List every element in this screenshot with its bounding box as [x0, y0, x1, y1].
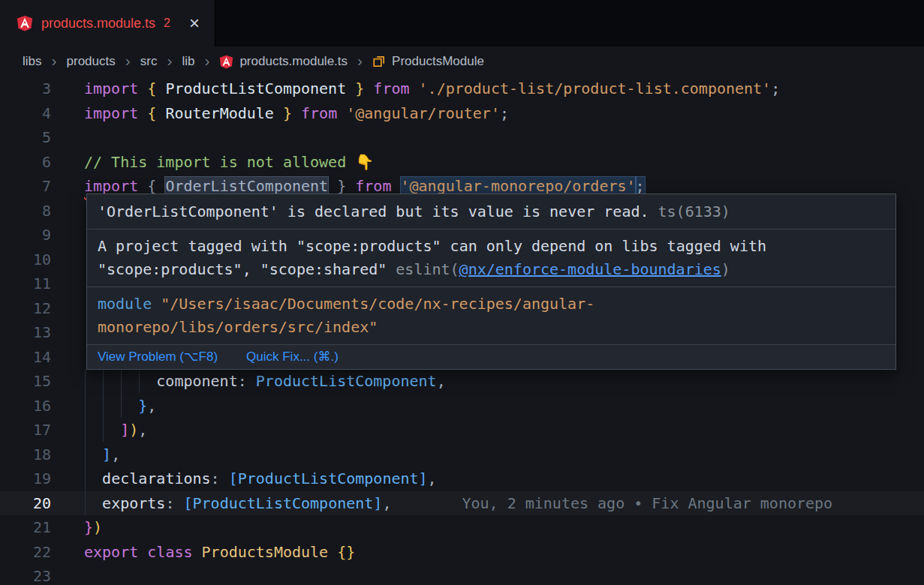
line-number: 3 [0, 76, 51, 101]
diagnostic-source: ) [721, 260, 730, 278]
line-number: 13 [0, 320, 51, 345]
code-token: , [382, 494, 391, 512]
hover-ts-diagnostic: 'OrderListComponent' is declared but its… [87, 194, 895, 230]
code-line-4[interactable]: 4import { RouterModule } from '@angular/… [0, 101, 924, 126]
line-number: 7 [0, 174, 51, 199]
code-token: ProductListComponent [193, 494, 374, 512]
code-token: class [147, 543, 192, 561]
chevron-right-icon: › [52, 52, 57, 70]
line-number: 15 [0, 369, 51, 394]
tab-products-module[interactable]: products.module.ts 2 × [0, 0, 215, 46]
line-number: 8 [0, 199, 51, 224]
code-token: RouterModule [156, 104, 283, 122]
code-line-17[interactable]: 17 ]), [0, 418, 924, 442]
view-problem-action[interactable]: View Problem (⌥F8) [98, 350, 218, 364]
code-token: ; [500, 104, 509, 122]
indent-guide [103, 369, 104, 442]
line-number: 18 [0, 442, 51, 467]
code-token: ) [129, 421, 138, 439]
code-token: : [165, 494, 183, 512]
diagnostic-source: eslint( [396, 260, 459, 278]
close-icon[interactable]: × [189, 14, 200, 32]
line-number: 23 [0, 564, 51, 585]
code-line-18[interactable]: 18 ], [0, 442, 924, 467]
code-token: export [84, 543, 138, 561]
indent-guide [85, 369, 86, 515]
code-token: {} [337, 543, 355, 561]
code-token: ProductListComponent [238, 470, 419, 488]
diagnostic-source: ts(6133) [658, 202, 730, 220]
code-token [391, 177, 400, 195]
breadcrumb-item-products[interactable]: products [67, 54, 116, 69]
code-token: ] [120, 421, 129, 439]
code-line-20[interactable]: 20 exports: [ProductListComponent],You, … [0, 491, 924, 516]
code-token: component [156, 372, 237, 390]
tab-problems-badge: 2 [164, 16, 170, 30]
code-line-5[interactable]: 5 [0, 125, 924, 150]
line-number: 11 [0, 272, 51, 296]
line-number: 20 [0, 491, 51, 516]
line-number: 9 [0, 223, 51, 248]
git-blame-annotation: You, 2 minutes ago • Fix Angular monorep… [462, 494, 832, 512]
code-line-19[interactable]: 19 declarations: [ProductListComponent], [0, 466, 924, 491]
code-token: [ [229, 470, 238, 488]
tab-label: products.module.ts [41, 16, 155, 32]
code-token: from [301, 104, 337, 122]
code-token: { [147, 177, 165, 195]
code-token: import [84, 80, 138, 98]
code-line-16[interactable]: 16 }, [0, 394, 924, 418]
breadcrumb-file-label: products.module.ts [239, 54, 348, 69]
code-token [84, 470, 102, 488]
code-line-3[interactable]: 3import { ProductListComponent } from '.… [0, 76, 924, 101]
code-line-23[interactable]: 23 [0, 564, 924, 585]
line-number: 6 [0, 150, 51, 175]
class-symbol-icon [372, 55, 386, 68]
code-token: [ [183, 494, 192, 512]
angular-icon [219, 55, 233, 69]
code-token: from [373, 80, 409, 98]
tab-bar: products.module.ts 2 × [0, 0, 924, 46]
breadcrumb-item-lib[interactable]: lib [182, 54, 194, 69]
breadcrumb-item-symbol[interactable]: ProductsModule [372, 54, 484, 69]
breadcrumb-item-libs[interactable]: libs [23, 54, 42, 69]
code-token [410, 80, 419, 98]
eslint-rule-link[interactable]: @nx/enforce-module-boundaries [459, 260, 721, 278]
code-token [84, 446, 102, 464]
code-token: 👇 [355, 153, 374, 171]
code-line-22[interactable]: 22export class ProductsModule {} [0, 540, 924, 565]
code-token: } [84, 518, 93, 536]
hover-module-info: module"/Users/isaac/Documents/code/nx-re… [87, 287, 895, 345]
breadcrumb: libs › products › src › lib › products.m… [0, 46, 924, 76]
code-token: } [283, 104, 292, 122]
hover-actions: View Problem (⌥F8) Quick Fix... (⌘.) [87, 345, 895, 369]
line-number: 17 [0, 418, 51, 442]
code-token [337, 104, 346, 122]
angular-icon [17, 15, 33, 32]
indent-guide [121, 369, 122, 418]
code-token: '@angular-monorepo/orders' [401, 177, 636, 195]
breadcrumb-item-file[interactable]: products.module.ts [219, 54, 348, 69]
indent-guide [139, 369, 140, 393]
code-token: ] [102, 446, 111, 464]
line-number: 14 [0, 345, 51, 370]
breadcrumb-item-src[interactable]: src [140, 54, 158, 69]
code-line-21[interactable]: 21}) [0, 515, 924, 540]
code-token: ) [93, 518, 102, 536]
code-token: , [437, 372, 446, 390]
chevron-right-icon: › [357, 52, 363, 70]
code-token [138, 104, 147, 122]
code-token [138, 177, 147, 195]
chevron-right-icon: › [167, 52, 172, 70]
code-token: import [84, 177, 138, 195]
code-line-6[interactable]: 6// This import is not allowed 👇 [0, 150, 924, 175]
quick-fix-action[interactable]: Quick Fix... (⌘.) [246, 350, 339, 364]
code-token [346, 177, 355, 195]
diagnostic-message: A project tagged with "scope:products" c… [98, 237, 766, 255]
diagnostic-message: 'OrderListComponent' is declared but its… [98, 202, 649, 220]
code-token: from [355, 177, 391, 195]
chevron-right-icon: › [125, 52, 131, 70]
code-token: declarations [102, 470, 211, 488]
code-token: exports [102, 494, 165, 512]
line-number: 21 [0, 515, 51, 540]
line-number: 19 [0, 466, 51, 491]
